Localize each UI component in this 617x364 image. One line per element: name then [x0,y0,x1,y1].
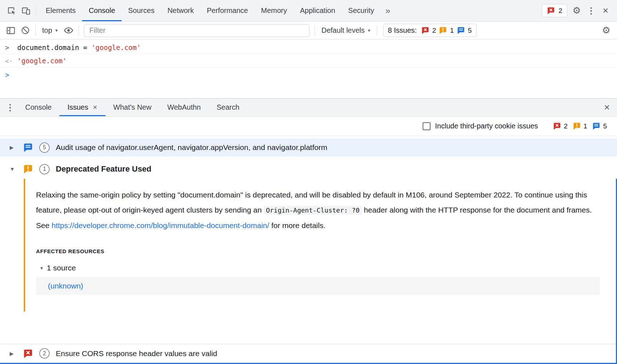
close-issues-tab-icon[interactable]: ✕ [93,104,97,111]
tab-performance[interactable]: Performance [201,0,255,21]
inspect-element-glyph [7,6,16,15]
console-prompt-chevron-icon: > [5,71,17,79]
kebab-menu-icon[interactable]: ⋮ [584,4,598,18]
chevron-down-icon: ▾ [368,28,370,33]
error-badge-count: 2 [558,7,562,15]
clear-console-glyph [21,26,30,35]
sidebar-toggle-glyph [6,26,15,35]
tab-security[interactable]: Security [342,0,380,21]
message-count: 5 [468,27,472,35]
devtools-window: Elements Console Sources Network Perform… [0,0,617,364]
collapse-triangle-icon[interactable]: ▼ [10,166,17,172]
log-levels-dropdown[interactable]: Default levels ▾ [318,26,374,35]
third-party-cookie-checkbox[interactable] [423,122,431,130]
error-icon [553,122,561,130]
drawer-tab-issues-label: Issues [67,103,88,112]
issue-title: Deprecated Feature Used [56,164,151,174]
issues-error-badge[interactable]: 2 [542,4,567,17]
console-sidebar-toggle-icon[interactable] [4,23,18,38]
issues-warning-count: 1 [573,122,587,130]
warning-icon [23,164,33,174]
settings-gear-icon[interactable]: ⚙ [569,4,584,18]
console-output[interactable]: > document.domain = 'google.com' <· 'goo… [0,40,617,98]
inspect-element-icon[interactable] [4,4,19,18]
warning-count: 1 [450,27,454,35]
drawer-tab-search[interactable]: Search [209,99,247,116]
issue-row-audit-navigator[interactable]: ▶ 5 Audit usage of navigator.userAgent, … [0,138,617,156]
doc-link[interactable]: https://developer.chrome.com/blog/immuta… [51,221,269,229]
tab-memory[interactable]: Memory [255,0,293,21]
levels-label: Default levels [321,26,365,35]
console-command-chevron-icon: > [5,44,17,51]
expand-triangle-icon[interactable]: ▶ [10,145,17,150]
warning-icon [573,122,581,130]
issue-title: Audit usage of navigator.userAgent, navi… [56,143,327,152]
console-command-string: 'google.com' [91,44,141,51]
message-icon [457,26,465,35]
tab-network[interactable]: Network [161,0,200,21]
issue-row-deprecated-feature[interactable]: ▼ 1 Deprecated Feature Used [0,159,617,179]
third-party-cookie-label: Include third-party cookie issues [435,122,538,130]
clear-console-icon[interactable] [18,23,32,38]
js-context-selector[interactable]: top ▾ [39,26,61,35]
console-prompt-line[interactable]: > [0,68,617,82]
chevron-down-icon: ▾ [55,28,58,33]
message-icon [23,142,33,153]
affected-resources-heading: AFFECTED RESOURCES [36,248,600,254]
error-icon [23,349,33,359]
more-tabs-icon[interactable]: » [380,4,395,18]
error-icon [421,26,429,35]
issue-count-badge: 1 [39,164,50,174]
message-icon [592,122,600,130]
drawer-tab-console[interactable]: Console [17,99,59,116]
console-result-value: 'google.com' [17,57,67,65]
drawer: ⋮ Console Issues ✕ What's New WebAuthn S… [0,98,617,364]
drawer-menu-icon[interactable]: ⋮ [3,100,17,115]
console-result-line: <· 'google.com' [0,54,617,68]
drawer-tab-issues[interactable]: Issues ✕ [59,99,105,116]
main-tabbar: Elements Console Sources Network Perform… [0,0,617,22]
console-settings-gear-icon[interactable]: ⚙ [599,23,613,38]
issues-count-label: 8 Issues: [388,26,417,35]
error-icon [547,6,555,15]
issues-summary-button[interactable]: 8 Issues: 2 1 5 [383,24,477,37]
issues-list: ▶ 5 Audit usage of navigator.userAgent, … [0,136,617,363]
context-label: top [42,26,52,35]
collapse-triangle-icon: ▾ [40,265,43,271]
tab-sources[interactable]: Sources [122,0,161,21]
drawer-tabbar: ⋮ Console Issues ✕ What's New WebAuthn S… [0,99,617,117]
issues-message-count: 5 [592,122,607,130]
separator [315,26,315,36]
close-drawer-icon[interactable]: ✕ [600,100,614,115]
issue-count-badge: 5 [39,142,50,153]
console-result-arrow-icon: <· [5,57,17,65]
issue-count-badge: 2 [39,348,50,359]
issues-error-count: 2 [553,122,568,130]
expand-triangle-icon[interactable]: ▶ [10,351,17,356]
separator [377,26,377,36]
source-link[interactable]: (unknown) [48,282,83,290]
issue-title: Ensure CORS response header values are v… [56,349,217,358]
device-toolbar-glyph [21,6,31,15]
eye-glyph [64,26,73,35]
tab-elements[interactable]: Elements [39,0,82,21]
console-command-code: document.domain = [17,44,91,51]
eye-icon[interactable] [61,23,76,38]
issue-row-cors[interactable]: ▶ 2 Ensure CORS response header values a… [0,344,617,363]
tab-console[interactable]: Console [82,0,121,21]
error-count: 2 [432,27,436,35]
issues-toolbar: Include third-party cookie issues 2 1 5 [0,117,617,136]
console-toolbar: top ▾ Default levels ▾ 8 Issues: 2 1 [0,22,617,40]
warning-icon [439,26,447,35]
issue-description: Relaxing the same-origin policy by setti… [36,187,600,233]
tab-application[interactable]: Application [293,0,342,21]
filter-input[interactable] [84,24,310,37]
affected-source-row: (unknown) [36,277,600,295]
drawer-tab-whats-new[interactable]: What's New [105,99,159,116]
device-toolbar-icon[interactable] [19,4,33,18]
drawer-tab-webauthn[interactable]: WebAuthn [159,99,209,116]
close-devtools-icon[interactable]: ✕ [598,4,613,18]
separator [78,26,79,36]
sources-toggle[interactable]: ▾ 1 source [36,264,600,272]
inline-code: Origin-Agent-Cluster: ?0 [264,206,362,215]
